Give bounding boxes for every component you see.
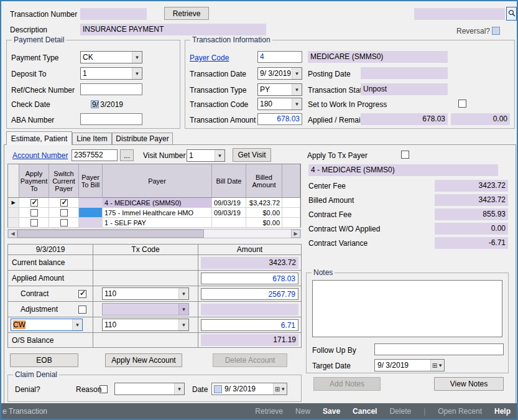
account-lookup-button[interactable]: ...: [120, 149, 134, 161]
reason-combo[interactable]: ▼: [114, 383, 185, 395]
payer-row-immel[interactable]: 175 - Immel Healthcare HMO 09/03/19 $0.0…: [8, 208, 300, 218]
apply-new-account-button[interactable]: Apply New Account: [105, 353, 182, 367]
writeoff-amount-input[interactable]: 6.71: [201, 319, 298, 331]
denial-date-picker[interactable]: 9/ 3/2019 ⊞▼: [211, 383, 287, 395]
transaction-amount-input[interactable]: 678.03: [257, 113, 302, 125]
deposit-to-combo[interactable]: 1▼: [80, 67, 142, 80]
payer-cell[interactable]: 175 - Immel Healthcare HMO: [103, 208, 212, 218]
apply-to-tx-payer-checkbox[interactable]: [401, 151, 409, 159]
eob-button[interactable]: EOB: [10, 353, 78, 367]
col-billed-amount[interactable]: Billed Amount: [246, 164, 282, 198]
transaction-code-combo[interactable]: 180▼: [257, 98, 302, 110]
writeoff-txcode-combo[interactable]: 110▼: [102, 319, 189, 331]
payer-code-link[interactable]: Payer Code: [190, 54, 229, 62]
statusbar-open-recent[interactable]: Open Recent: [438, 407, 482, 416]
tab-estimate-patient[interactable]: Estimate, Patient: [6, 131, 72, 145]
bill-date-cell: [212, 218, 246, 228]
account-number-input[interactable]: 2357552: [72, 149, 118, 161]
payer-row-selfpay[interactable]: 1 - SELF PAY $0.00: [8, 218, 300, 228]
target-date-picker[interactable]: 9/ 3/2019 ⊞▼: [374, 359, 445, 371]
account-number-link[interactable]: Account Number: [12, 151, 68, 160]
switch-payer-checkbox[interactable]: [60, 209, 68, 217]
apply-payment-checkbox[interactable]: [30, 219, 38, 226]
statusbar-new[interactable]: New: [295, 407, 310, 416]
follow-up-by-input[interactable]: [374, 343, 504, 355]
writeoff-code-value: CW: [13, 320, 25, 329]
denial-date-label: Date: [192, 385, 208, 394]
col-bill-date[interactable]: Bill Date: [212, 164, 246, 198]
center-fee-value: 3423.72: [435, 180, 508, 192]
aba-number-input[interactable]: [80, 113, 142, 125]
view-notes-button[interactable]: View Notes: [434, 377, 504, 391]
amounts-header-amount: Amount: [198, 245, 301, 254]
payer-cell[interactable]: 1 - SELF PAY: [103, 218, 212, 228]
contract-amount-input[interactable]: 2567.79: [201, 288, 298, 300]
check-date-value[interactable]: 9/ 3/2019: [92, 100, 123, 109]
aba-number-label: ABA Number: [11, 116, 54, 124]
payer-row-medicare[interactable]: ▶ 4 - MEDICARE (SMMS0) 09/03/19 $3,423.7…: [8, 198, 300, 208]
adjustment-amount-field: [201, 304, 298, 315]
transaction-date-combo[interactable]: 9/ 3/2019▼: [257, 67, 302, 80]
statusbar-delete[interactable]: Delete: [389, 407, 411, 416]
adjustment-code-combo[interactable]: ▼: [102, 303, 189, 315]
os-balance-row: O/S Balance 171.19: [8, 333, 301, 348]
col-payer[interactable]: Payer: [103, 164, 212, 198]
apply-payment-checkbox[interactable]: [30, 199, 38, 207]
tab-distribute-payer[interactable]: Distribute Payer: [112, 133, 173, 144]
contract-checkbox[interactable]: [78, 290, 86, 298]
payer-cell[interactable]: 4 - MEDICARE (SMMS0): [103, 198, 212, 208]
posting-date-label: Posting Date: [308, 70, 351, 78]
visit-number-combo[interactable]: 1▼: [187, 149, 225, 162]
statusbar-save[interactable]: Save: [323, 407, 340, 416]
target-date-value: 9/ 3/2019: [375, 361, 430, 370]
get-visit-button[interactable]: Get Visit: [233, 148, 271, 162]
denial-date-checkbox[interactable]: [214, 385, 222, 393]
statusbar-retrieve[interactable]: Retrieve: [255, 407, 283, 416]
reversal-label: Reversal?: [456, 27, 490, 35]
scrollbar-thumb[interactable]: [17, 230, 204, 238]
payer-to-bill-cell[interactable]: [79, 198, 103, 208]
contract-code-combo[interactable]: 110▼: [102, 287, 189, 300]
transaction-code-label: Transaction Code: [190, 100, 248, 109]
col-switch-current-payer[interactable]: Switch Current Payer: [49, 164, 79, 198]
col-apply-payment-to[interactable]: Apply Payment To: [19, 164, 49, 198]
transaction-number-field[interactable]: [80, 8, 147, 20]
notes-title: Notes: [312, 268, 335, 277]
grid-horizontal-scrollbar[interactable]: ◀ ▶: [7, 229, 301, 238]
chevron-down-icon: ▼: [72, 319, 82, 330]
switch-payer-checkbox[interactable]: [60, 219, 68, 226]
payment-type-combo[interactable]: CK▼: [80, 51, 142, 63]
current-balance-label: Current balance: [8, 255, 93, 270]
reversal-checkbox[interactable]: [492, 27, 500, 35]
notes-textarea[interactable]: [312, 280, 502, 337]
applied-amount-input[interactable]: 678.03: [201, 273, 298, 284]
apply-payment-checkbox[interactable]: [30, 209, 38, 217]
payer-code-input[interactable]: 4: [257, 51, 302, 63]
contract-row: Contract 110▼ 2567.79: [8, 286, 301, 302]
scroll-right-icon[interactable]: ▶: [291, 230, 300, 238]
statusbar-help[interactable]: Help: [494, 407, 511, 416]
delete-account-button: Delete Account: [213, 353, 287, 367]
retrieve-button[interactable]: Retrieve: [164, 7, 209, 20]
description-field[interactable]: INSURANCE PAYMENT: [80, 24, 266, 35]
col-payer-to-bill[interactable]: Payer To Bill: [79, 164, 103, 198]
switch-payer-checkbox[interactable]: [60, 199, 68, 207]
amounts-table: 9/3/2019 Tx Code Amount Current balance …: [7, 244, 302, 348]
ref-check-number-input[interactable]: [80, 83, 142, 95]
payer-to-bill-cell[interactable]: [79, 218, 103, 228]
payer-to-bill-cell[interactable]: [79, 208, 103, 218]
chevron-down-icon: ▼: [292, 98, 302, 110]
tab-line-item[interactable]: Line Item: [72, 133, 112, 144]
search-field[interactable]: [414, 8, 505, 20]
payer-summary-header: 4 - MEDICARE (SMMS0): [308, 164, 498, 176]
wip-checkbox[interactable]: [458, 100, 466, 108]
scroll-left-icon[interactable]: ◀: [8, 230, 17, 238]
transaction-type-combo[interactable]: PY▼: [257, 83, 302, 96]
row-selector-arrow: ▶: [11, 200, 15, 205]
chevron-down-icon: ▼: [178, 304, 188, 315]
chevron-down-icon: ▼: [292, 84, 302, 95]
statusbar-cancel[interactable]: Cancel: [353, 407, 377, 416]
adjustment-checkbox[interactable]: [78, 306, 86, 314]
writeoff-code-combo[interactable]: CW ▼: [11, 319, 83, 331]
search-button[interactable]: [506, 7, 517, 21]
